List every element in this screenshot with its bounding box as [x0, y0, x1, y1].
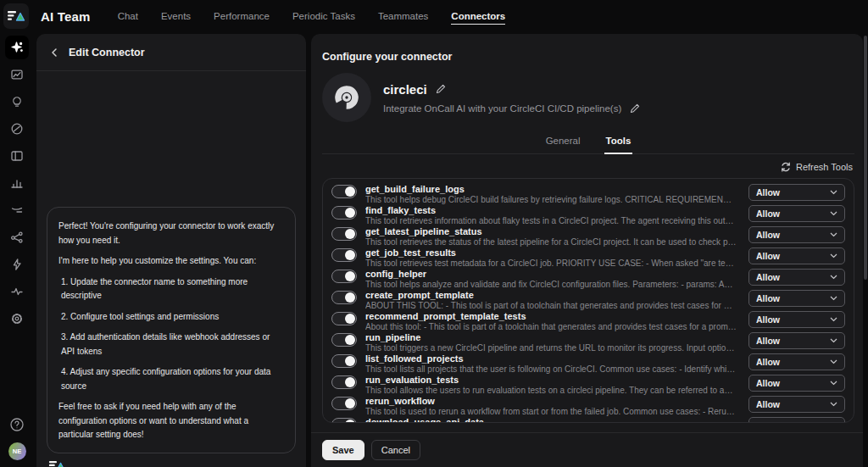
- tool-row: get_latest_pipeline_status This tool ret…: [323, 225, 854, 247]
- panel-title: Edit Connector: [69, 47, 145, 58]
- permission-select[interactable]: Allow: [748, 375, 845, 392]
- nav-item-events[interactable]: Events: [161, 11, 191, 21]
- tab-general[interactable]: General: [544, 131, 582, 153]
- tool-name: list_followed_projects: [365, 353, 737, 364]
- tool-row: download_usage_api_data Allow: [323, 416, 854, 423]
- nav-item-teammates[interactable]: Teammates: [378, 11, 428, 21]
- tool-row: rerun_workflow This tool is used to reru…: [323, 395, 854, 416]
- tool-toggle[interactable]: [331, 227, 357, 241]
- circleci-logo: [322, 73, 371, 122]
- permission-select[interactable]: Allow: [748, 332, 845, 349]
- user-avatar[interactable]: NE: [8, 442, 26, 460]
- bar-chart-icon[interactable]: [5, 171, 29, 195]
- edit-name-icon[interactable]: [436, 84, 446, 94]
- message-paragraph: I'm here to help you customize the setti…: [58, 254, 284, 269]
- tool-row: run_pipeline This tool triggers a new Ci…: [323, 331, 854, 353]
- permission-select[interactable]: Allow: [748, 417, 845, 423]
- tool-description: This tool is used to rerun a workflow fr…: [365, 407, 737, 417]
- help-icon[interactable]: [6, 414, 28, 436]
- chevron-down-icon: [830, 275, 837, 280]
- permission-select[interactable]: Allow: [748, 205, 845, 222]
- config-tabs: General Tools: [322, 131, 854, 154]
- app-root: AI Team Chat Events Performance Periodic…: [0, 0, 868, 467]
- chevron-down-icon: [830, 381, 837, 386]
- chevron-down-icon: [830, 211, 837, 216]
- chevron-down-icon: [830, 359, 837, 364]
- tool-row: config_helper This tool helps analyze an…: [323, 268, 854, 289]
- tool-description: This tool retrieves information about fl…: [365, 216, 737, 226]
- tool-toggle[interactable]: [331, 375, 357, 389]
- permission-select[interactable]: Allow: [748, 290, 845, 307]
- tool-toggle[interactable]: [331, 418, 357, 423]
- tool-name: get_latest_pipeline_status: [365, 226, 737, 237]
- layout-icon[interactable]: [5, 144, 29, 168]
- edit-description-icon[interactable]: [630, 103, 640, 114]
- tool-name: recommend_prompt_template_tests: [365, 311, 737, 322]
- tool-name: run_evaluation_tests: [365, 375, 737, 386]
- chevron-down-icon: [830, 296, 837, 301]
- tool-toggle[interactable]: [331, 333, 357, 347]
- tool-description: This tool helps debug CircleCI build fai…: [365, 195, 737, 205]
- tool-toggle[interactable]: [331, 312, 357, 325]
- chevron-down-icon: [830, 402, 837, 407]
- tool-row: get_build_failure_logs This tool helps d…: [323, 183, 854, 204]
- assistant-message: Perfect! You're configuring your connect…: [47, 207, 296, 453]
- sparkles-icon[interactable]: [5, 36, 29, 59]
- image-icon[interactable]: [5, 63, 29, 86]
- connector-description: Integrate OnCall AI with your CircleCI C…: [383, 103, 621, 114]
- permission-select[interactable]: Allow: [748, 226, 845, 243]
- tool-name: get_job_test_results: [365, 247, 737, 259]
- cancel-button[interactable]: Cancel: [371, 440, 420, 460]
- back-button[interactable]: [50, 47, 58, 58]
- edit-connector-panel: Edit Connector Perfect! You're configuri…: [36, 34, 306, 467]
- message-list-item: 3. Add authentication details like webho…: [61, 331, 284, 359]
- tool-name: rerun_workflow: [365, 396, 737, 407]
- nav-item-connectors[interactable]: Connectors: [451, 11, 505, 25]
- message-list-item: 1. Update the connector name to somethin…: [61, 275, 284, 303]
- tool-toggle[interactable]: [331, 185, 357, 198]
- permission-select[interactable]: Allow: [748, 353, 845, 370]
- tool-toggle[interactable]: [331, 206, 357, 220]
- page-scrollbar[interactable]: [864, 36, 867, 280]
- refresh-tools-button[interactable]: Refresh Tools: [322, 162, 853, 172]
- lightbulb-icon[interactable]: [5, 90, 29, 114]
- tool-description: This tool retrieves test metadata for a …: [365, 259, 737, 269]
- action-buttons: Save Cancel: [322, 433, 854, 467]
- tool-name: find_flaky_tests: [365, 205, 737, 216]
- settings-icon[interactable]: [5, 307, 29, 331]
- permission-select[interactable]: Allow: [748, 247, 845, 264]
- tool-toggle[interactable]: [331, 397, 357, 410]
- tool-toggle[interactable]: [331, 270, 357, 283]
- chevron-down-icon: [830, 190, 837, 195]
- nav-item-chat[interactable]: Chat: [118, 11, 138, 21]
- tool-row: get_job_test_results This tool retrieves…: [323, 247, 854, 268]
- activity-icon[interactable]: [5, 280, 29, 303]
- nav-item-performance[interactable]: Performance: [214, 11, 270, 21]
- tools-list: get_build_failure_logs This tool helps d…: [322, 178, 854, 423]
- app-logo[interactable]: [3, 3, 29, 29]
- permission-select[interactable]: Allow: [748, 311, 845, 328]
- nav-item-periodic-tasks[interactable]: Periodic Tasks: [292, 11, 355, 21]
- tool-toggle[interactable]: [331, 248, 357, 262]
- tool-description: This tool helps analyze and validate and…: [365, 280, 737, 290]
- workflow-icon[interactable]: [5, 225, 29, 249]
- tool-row: run_evaluation_tests This tool allows th…: [323, 374, 854, 395]
- chevron-down-icon: [830, 317, 837, 322]
- tool-description: This tool allows the users to run evalua…: [365, 386, 737, 396]
- tool-row: create_prompt_template ABOUT THIS TOOL: …: [323, 289, 854, 310]
- message-paragraph: Perfect! You're configuring your connect…: [58, 220, 284, 247]
- tool-toggle[interactable]: [331, 291, 357, 304]
- tool-toggle[interactable]: [331, 354, 357, 368]
- top-navbar: AI Team Chat Events Performance Periodic…: [0, 0, 868, 32]
- tab-tools[interactable]: Tools: [604, 131, 633, 154]
- lightning-icon[interactable]: [5, 253, 29, 276]
- permission-select[interactable]: Allow: [748, 269, 845, 286]
- permission-select[interactable]: Allow: [748, 396, 845, 413]
- permission-select[interactable]: Allow: [748, 184, 845, 201]
- save-button[interactable]: Save: [322, 440, 364, 460]
- gauge-icon[interactable]: [5, 117, 29, 141]
- config-heading: Configure your connector: [322, 51, 854, 63]
- filter-lines-icon[interactable]: [5, 198, 29, 222]
- connector-name: circleci: [383, 82, 427, 97]
- tool-description: This tool retrieves the status of the la…: [365, 237, 737, 247]
